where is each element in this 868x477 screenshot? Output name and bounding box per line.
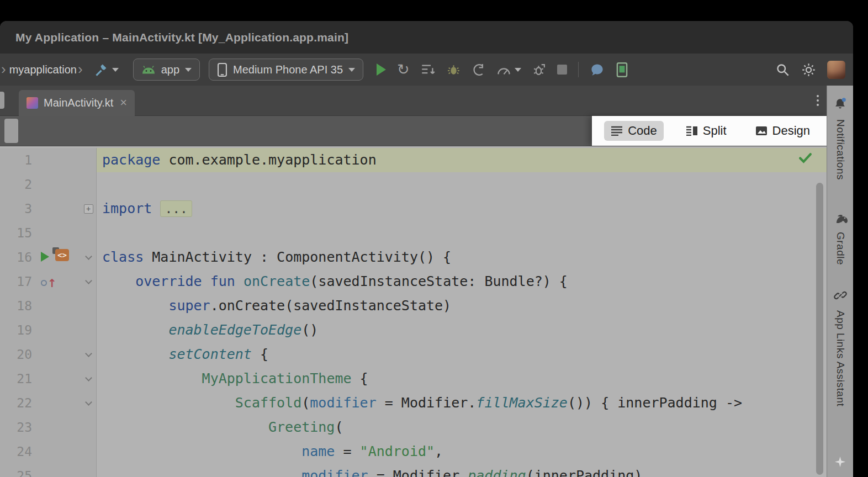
code-line: 1package com.example.myapplication: [0, 148, 827, 172]
fold-chevron-icon[interactable]: [85, 350, 92, 357]
build-hammer-icon: [94, 62, 109, 77]
view-mode-design-label: Design: [772, 124, 810, 138]
code-text: modifier = Modifier.padding(innerPadding…: [97, 464, 827, 477]
tool-stripe-gradle[interactable]: Gradle: [834, 232, 846, 265]
search-everywhere-button[interactable]: [775, 62, 790, 77]
code-text: override fun onCreate(savedInstanceState…: [97, 269, 827, 294]
code-text: import ...: [97, 197, 827, 221]
code-text: class MainActivity : ComponentActivity()…: [97, 245, 827, 269]
app-links-assistant-icon[interactable]: [833, 288, 848, 305]
profile-app-button[interactable]: [532, 63, 546, 77]
kotlin-file-icon: [27, 97, 38, 109]
chevron-down-icon: [515, 68, 521, 72]
code-line: 23Greeting(: [0, 415, 827, 439]
gemini-sparkle-icon[interactable]: [834, 455, 846, 470]
device-label: Medium Phone API 35: [233, 63, 343, 76]
running-devices-button[interactable]: [616, 62, 628, 77]
code-line: 18super.onCreate(savedInstanceState): [0, 294, 827, 318]
view-mode-split-button[interactable]: Split: [679, 121, 733, 141]
gradle-icon[interactable]: [832, 212, 849, 226]
line-number: 19: [0, 318, 32, 342]
line-number: 22: [0, 391, 32, 415]
device-dropdown[interactable]: Medium Phone API 35: [209, 59, 363, 81]
code-line: 15: [0, 221, 827, 245]
device-phone-icon: [217, 62, 227, 77]
view-mode-split-label: Split: [703, 124, 727, 138]
tab-mainactivity[interactable]: MainActivity.kt ×: [19, 90, 135, 116]
editor-tab-bar: MainActivity.kt ×: [0, 86, 827, 116]
code-line: 17↑override fun onCreate(savedInstanceSt…: [0, 269, 827, 294]
code-line: 25modifier = Modifier.padding(innerPaddi…: [0, 464, 827, 477]
editor-toolbar: Code Split Design: [0, 116, 827, 146]
code-line: 3+import ...: [0, 197, 827, 221]
code-line: 20setContent {: [0, 342, 827, 367]
line-number: 2: [0, 172, 32, 197]
chevron-right-icon: ›: [1, 61, 6, 78]
code-text: [97, 172, 827, 197]
editor-lines: 1package com.example.myapplication23+imp…: [0, 148, 827, 477]
run-icon[interactable]: [41, 245, 49, 269]
chevron-down-icon: [112, 68, 119, 72]
code-text: setContent {: [97, 342, 827, 367]
stop-button[interactable]: [557, 65, 567, 75]
settings-button[interactable]: [801, 62, 816, 77]
code-line: 21MyApplicationTheme {: [0, 367, 827, 391]
editor-toolbar-button[interactable]: [4, 119, 18, 143]
fold-chevron-icon[interactable]: [85, 277, 92, 284]
main-toolbar: › myapplication › app Medium Phone API 3…: [0, 54, 853, 86]
profiler-button[interactable]: [496, 63, 521, 76]
compose-icon[interactable]: <>: [52, 245, 70, 269]
run-button[interactable]: [377, 63, 386, 76]
code-text: MyApplicationTheme {: [97, 367, 827, 391]
notifications-bell-icon[interactable]: [833, 97, 847, 114]
code-text: enableEdgeToEdge(): [97, 318, 827, 342]
debug-button[interactable]: [447, 63, 461, 77]
code-line: 19enableEdgeToEdge(): [0, 318, 827, 342]
fold-plus-icon[interactable]: +: [84, 204, 93, 214]
fold-chevron-icon[interactable]: [85, 399, 92, 406]
fold-chevron-icon[interactable]: [85, 253, 92, 260]
attach-debugger-icon[interactable]: [472, 63, 485, 77]
title-bar: My Application – MainActivity.kt [My_App…: [0, 21, 853, 54]
inspections-ok-check-icon[interactable]: [798, 152, 812, 166]
chevron-down-icon: [185, 68, 192, 72]
code-text: Scaffold(modifier = Modifier.fillMaxSize…: [97, 391, 827, 415]
app-quality-insights-button[interactable]: [590, 62, 605, 77]
view-mode-switcher: Code Split Design: [592, 116, 827, 146]
apply-changes-button[interactable]: ↻: [397, 62, 410, 77]
line-number: 21: [0, 367, 32, 391]
design-view-icon: [755, 126, 768, 136]
run-config-dropdown[interactable]: app: [133, 59, 200, 81]
tool-stripe-notifications[interactable]: Notifications: [834, 119, 846, 180]
toolbar-separator: [578, 62, 579, 77]
user-avatar[interactable]: [827, 61, 845, 79]
line-number: 1: [0, 148, 32, 172]
project-breadcrumb[interactable]: myapplication: [9, 63, 77, 76]
code-editor[interactable]: 1package com.example.myapplication23+imp…: [0, 146, 827, 477]
fold-chevron-icon[interactable]: [85, 374, 92, 381]
window-title: My Application – MainActivity.kt [My_App…: [15, 31, 348, 44]
line-number: 20: [0, 342, 32, 367]
line-number: 18: [0, 294, 32, 318]
line-number: 16: [0, 245, 32, 269]
chevron-right-icon: ›: [78, 61, 83, 78]
split-view-icon: [686, 126, 698, 136]
chevron-down-icon: [348, 68, 355, 72]
android-icon: [141, 65, 156, 75]
editor-scrollbar[interactable]: [816, 183, 823, 475]
line-number: 23: [0, 415, 32, 439]
override-icon[interactable]: ↑: [41, 269, 57, 294]
build-button[interactable]: [94, 62, 119, 77]
view-mode-code-label: Code: [628, 124, 657, 138]
code-line: 2: [0, 172, 827, 197]
left-tool-stripe-handle[interactable]: [0, 92, 4, 109]
view-mode-design-button[interactable]: Design: [749, 121, 817, 141]
tool-stripe-app-links-assistant[interactable]: App Links Assistant: [834, 310, 846, 406]
more-options-kebab-icon[interactable]: [817, 95, 819, 106]
line-number: 24: [0, 439, 32, 464]
view-mode-code-button[interactable]: Code: [604, 121, 664, 141]
code-line: 24name = "Android",: [0, 439, 827, 464]
code-text: Greeting(: [97, 415, 827, 439]
apply-code-changes-button[interactable]: [421, 63, 436, 76]
close-icon[interactable]: ×: [120, 97, 127, 109]
